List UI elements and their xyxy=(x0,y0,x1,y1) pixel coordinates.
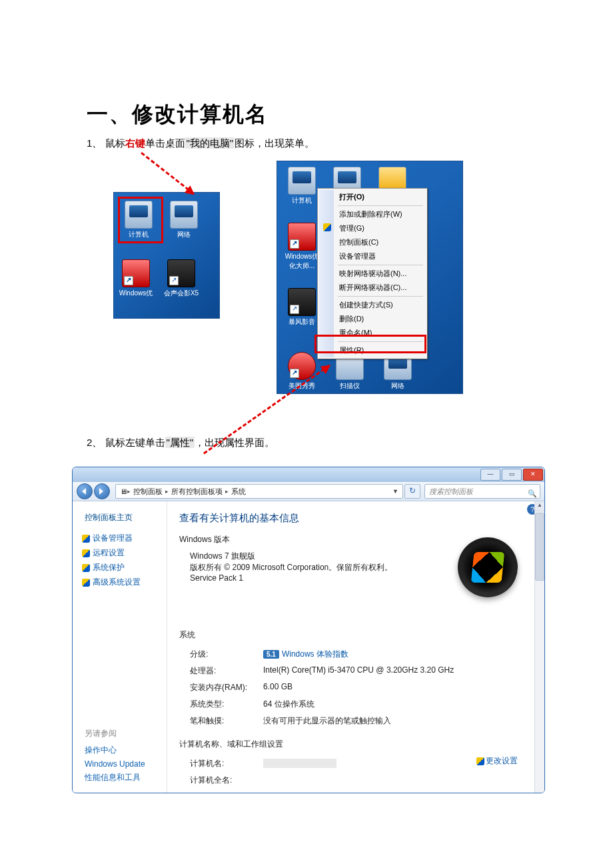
menu-item-mapnet[interactable]: 映射网络驱动器(N)... xyxy=(319,267,426,281)
menu-item-addremove[interactable]: 添加或删除程序(W) xyxy=(319,207,426,221)
shield-icon xyxy=(82,535,90,543)
sidebar-remote[interactable]: 远程设置 xyxy=(82,547,161,559)
app-icon: ↗ xyxy=(288,223,316,251)
search-icon: 🔍 xyxy=(528,487,537,500)
sidebar-devmgr[interactable]: 设备管理器 xyxy=(82,533,161,544)
menu-item-discnet[interactable]: 断开网络驱动器(C)... xyxy=(319,281,426,295)
shield-icon xyxy=(82,564,90,572)
highlight-my-computer: "我的电脑" xyxy=(185,137,235,149)
window-titlebar: — ▭ ✕ xyxy=(73,467,544,482)
breadcrumb-controlpanel[interactable]: 控制面板 xyxy=(131,487,165,497)
breadcrumb-allitems[interactable]: 所有控制面板项 xyxy=(169,487,225,497)
sidebar-windows-update[interactable]: Windows Update xyxy=(85,759,161,769)
arrow-to-computer-icon xyxy=(141,152,195,195)
row-rating: 分级:5.1Windows 体验指数 xyxy=(190,646,460,663)
computer-icon xyxy=(288,167,316,195)
row-type: 系统类型:64 位操作系统 xyxy=(190,696,460,713)
highlight-box-properties xyxy=(314,335,426,353)
vertical-scrollbar[interactable]: ▲ xyxy=(534,501,544,793)
row-pen: 笔和触摸:没有可用于此显示器的笔或触控输入 xyxy=(190,713,460,729)
row-desc: 计算机描述: xyxy=(190,789,343,793)
computer-name-value xyxy=(263,759,336,768)
right-click-emphasis: 右键 xyxy=(125,137,145,149)
network-icon xyxy=(170,201,198,229)
wei-link[interactable]: Windows 体验指数 xyxy=(282,649,348,659)
row-fullname: 计算机全名: xyxy=(190,772,343,789)
sidebar-protect[interactable]: 系统保护 xyxy=(82,562,161,573)
shield-icon xyxy=(82,579,90,587)
heading-1: 一、修改计算机名 xyxy=(87,100,526,129)
name-section-label: 计算机名称、域和工作组设置 xyxy=(179,739,544,750)
shield-icon xyxy=(323,223,331,231)
content-pane: ? ▲ 查看有关计算机的基本信息 Windows 版本 Windows 7 旗舰… xyxy=(167,501,544,793)
nav-back-button[interactable] xyxy=(77,483,93,499)
system-section-label: 系统 xyxy=(179,629,544,641)
sidebar-advanced[interactable]: 高级系统设置 xyxy=(82,577,161,588)
breadcrumb-icon: 🖥 xyxy=(120,487,127,495)
highlight-box-computer xyxy=(118,197,163,243)
minimize-button[interactable]: — xyxy=(480,469,500,481)
address-bar-row: 🖥 ▸ 控制面板 ▸ 所有控制面板项 ▸ 系统 ▼ ↻ 搜索控制面板🔍 xyxy=(73,482,544,501)
nav-forward-button[interactable] xyxy=(94,483,110,499)
desktop-icon-windows-tool[interactable]: ↗Windows优 xyxy=(117,259,155,298)
step-1-text: 1、 鼠标右键单击桌面"我的电脑"图标，出现菜单。 xyxy=(87,137,526,150)
shield-icon xyxy=(476,757,484,765)
menu-item-open[interactable]: 打开(O) xyxy=(319,190,426,204)
refresh-button[interactable]: ↻ xyxy=(404,484,420,499)
system-properties-window: — ▭ ✕ 🖥 ▸ 控制面板 ▸ 所有控制面板项 ▸ 系统 ▼ ↻ 搜索控制面板… xyxy=(72,467,545,793)
change-settings-link[interactable]: 更改设置 xyxy=(476,755,518,767)
app-icon: ↗ xyxy=(288,288,316,316)
sidebar-home[interactable]: 控制面板主页 xyxy=(85,512,161,523)
menu-item-shortcut[interactable]: 创建快捷方式(S) xyxy=(319,298,426,312)
row-ram: 安装内存(RAM):6.00 GB xyxy=(190,679,460,696)
wei-score-badge: 5.1 xyxy=(263,650,279,659)
maximize-button[interactable]: ▭ xyxy=(502,469,522,481)
step-2-text: 2、 鼠标左键单击"属性"，出现属性界面。 xyxy=(87,437,526,449)
content-title: 查看有关计算机的基本信息 xyxy=(179,512,544,525)
context-menu: 打开(O) 添加或删除程序(W) 管理(G) 控制面板(C) 设备管理器 映射网… xyxy=(317,188,428,359)
screenshot-desktop-icons: 计算机 网络 ↗Windows优 ↗会声会影X5 xyxy=(113,192,220,319)
desktop-icon-windows-tool[interactable]: ↗Windows优化大师... xyxy=(283,223,321,271)
menu-item-delete[interactable]: 删除(D) xyxy=(319,312,426,326)
app-icon: ↗ xyxy=(167,259,195,287)
shield-icon xyxy=(82,549,90,557)
search-input[interactable]: 搜索控制面板🔍 xyxy=(424,484,540,499)
menu-item-devmgr[interactable]: 设备管理器 xyxy=(319,249,426,263)
menu-item-controlpanel[interactable]: 控制面板(C) xyxy=(319,235,426,249)
breadcrumb-bar[interactable]: 🖥 ▸ 控制面板 ▸ 所有控制面板项 ▸ 系统 ▼ xyxy=(115,484,403,499)
desktop-icon-video-editor[interactable]: ↗会声会影X5 xyxy=(162,259,201,298)
desktop-icon-network[interactable]: 网络 xyxy=(165,201,203,239)
scroll-up-icon[interactable]: ▲ xyxy=(535,501,544,511)
desktop-icon-computer[interactable]: 计算机 xyxy=(283,167,321,205)
scroll-thumb[interactable] xyxy=(535,513,544,581)
windows-logo-icon xyxy=(458,537,518,597)
sidebar-performance[interactable]: 性能信息和工具 xyxy=(85,772,161,783)
desktop-icon-storm[interactable]: ↗暴风影音 xyxy=(283,288,321,327)
step-num: 1、 xyxy=(87,137,102,149)
step-num: 2、 xyxy=(87,437,102,448)
sidebar-action-center[interactable]: 操作中心 xyxy=(85,745,161,756)
see-also-label: 另请参阅 xyxy=(85,728,161,739)
row-cpu: 处理器:Intel(R) Core(TM) i5-3470 CPU @ 3.20… xyxy=(190,663,460,679)
menu-item-manage[interactable]: 管理(G) xyxy=(319,221,426,235)
sidebar: 控制面板主页 设备管理器 远程设置 系统保护 高级系统设置 另请参阅 操作中心 … xyxy=(73,501,167,793)
highlight-properties: "属性" xyxy=(165,437,195,448)
close-button[interactable]: ✕ xyxy=(523,469,543,481)
app-icon: ↗ xyxy=(122,259,150,287)
breadcrumb-dropdown-icon[interactable]: ▼ xyxy=(392,488,398,495)
row-cname: 计算机名: xyxy=(190,755,343,772)
screenshot-context-menu: 计算机 ↗Windows优化大师... ↗暴风影音 ↗美图秀秀 扫描仪 网络 打… xyxy=(277,161,463,394)
breadcrumb-system[interactable]: 系统 xyxy=(229,487,249,497)
